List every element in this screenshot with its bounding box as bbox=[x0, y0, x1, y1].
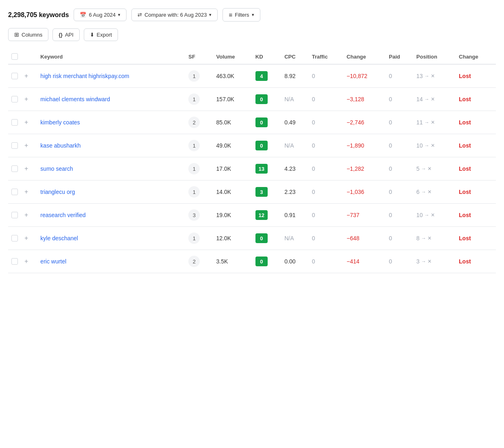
filters-button[interactable]: Filters ▾ bbox=[223, 8, 260, 22]
keyword-link[interactable]: high risk merchant highriskpay.com bbox=[40, 73, 129, 79]
export-button[interactable]: Export bbox=[84, 28, 118, 41]
change-value: −737 bbox=[347, 212, 360, 218]
row-add-cell: + bbox=[21, 111, 37, 134]
columns-button[interactable]: Columns bbox=[8, 28, 48, 41]
kd-cell: 0 bbox=[252, 134, 281, 157]
table-row: + reasearch verified 3 19.0K 12 0.91 0 −… bbox=[8, 204, 496, 227]
api-icon bbox=[59, 32, 62, 38]
sf-badge: 1 bbox=[188, 70, 200, 82]
add-keyword-button[interactable]: + bbox=[24, 142, 28, 149]
paid-value: 0 bbox=[389, 235, 392, 241]
lost-badge: Lost bbox=[459, 119, 471, 126]
keyword-link[interactable]: michael clements windward bbox=[40, 96, 110, 102]
traffic-cell: 0 bbox=[309, 134, 343, 157]
col-kd: KD bbox=[252, 49, 281, 64]
position-value: 6 bbox=[417, 189, 420, 195]
add-keyword-button[interactable]: + bbox=[24, 119, 28, 126]
add-keyword-button[interactable]: + bbox=[24, 235, 28, 242]
sf-cell: 1 bbox=[185, 157, 213, 181]
change-cell: −1,890 bbox=[343, 134, 386, 157]
sf-cell: 2 bbox=[185, 250, 213, 273]
row-checkbox[interactable] bbox=[11, 119, 18, 126]
keyword-link[interactable]: eric wurtel bbox=[40, 258, 66, 265]
cpc-cell: N/A bbox=[281, 227, 308, 250]
paid-cell: 0 bbox=[386, 88, 413, 111]
col-sf: SF bbox=[185, 49, 213, 64]
add-keyword-button[interactable]: + bbox=[24, 211, 28, 219]
api-button[interactable]: API bbox=[52, 28, 79, 41]
col-cpc: CPC bbox=[281, 49, 308, 64]
select-all-checkbox[interactable] bbox=[11, 53, 18, 60]
chevron-down-icon: ▾ bbox=[209, 12, 212, 17]
columns-icon bbox=[14, 31, 19, 38]
keyword-link[interactable]: sumo search bbox=[40, 165, 73, 172]
sf-badge: 1 bbox=[188, 163, 200, 174]
row-checkbox[interactable] bbox=[11, 189, 18, 195]
kd-cell: 0 bbox=[252, 250, 281, 273]
x-mark-icon: ✕ bbox=[428, 259, 432, 264]
row-checkbox[interactable] bbox=[11, 165, 18, 172]
sf-badge: 1 bbox=[188, 94, 200, 105]
compare-button[interactable]: Compare with: 6 Aug 2023 ▾ bbox=[131, 9, 218, 21]
traffic-value: 0 bbox=[312, 258, 315, 265]
traffic-cell: 0 bbox=[309, 250, 343, 273]
compare-icon bbox=[137, 12, 142, 18]
row-add-cell: + bbox=[21, 134, 37, 157]
keyword-link[interactable]: trianglecu org bbox=[40, 189, 75, 195]
volume-value: 14.0K bbox=[216, 189, 231, 195]
lost-badge: Lost bbox=[459, 258, 471, 265]
kd-cell: 0 bbox=[252, 88, 281, 111]
export-label: Export bbox=[97, 32, 112, 38]
row-checkbox[interactable] bbox=[11, 258, 18, 265]
volume-cell: 12.0K bbox=[213, 227, 252, 250]
paid-value: 0 bbox=[389, 96, 392, 102]
volume-value: 17.0K bbox=[216, 165, 231, 172]
keyword-cell: sumo search bbox=[37, 157, 185, 181]
keyword-link[interactable]: reasearch verified bbox=[40, 212, 85, 218]
row-checkbox[interactable] bbox=[11, 212, 18, 218]
col-traffic: Traffic bbox=[309, 49, 343, 64]
add-keyword-button[interactable]: + bbox=[24, 258, 28, 265]
paid-cell: 0 bbox=[386, 204, 413, 227]
change-value: −414 bbox=[347, 258, 360, 265]
chevron-down-icon: ▾ bbox=[118, 12, 120, 17]
kd-badge: 4 bbox=[255, 71, 268, 81]
row-checkbox[interactable] bbox=[11, 142, 18, 149]
paid-value: 0 bbox=[389, 73, 392, 79]
change-value: −2,746 bbox=[347, 119, 364, 126]
table-row: + michael clements windward 1 157.0K 0 N… bbox=[8, 88, 496, 111]
add-keyword-button[interactable]: + bbox=[24, 188, 28, 196]
row-add-cell: + bbox=[21, 250, 37, 273]
row-checkbox[interactable] bbox=[11, 96, 18, 102]
keyword-cell: kyle deschanel bbox=[37, 227, 185, 250]
volume-value: 19.0K bbox=[216, 212, 231, 218]
table-row: + kase abusharkh 1 49.0K 0 N/A 0 −1,890 … bbox=[8, 134, 496, 157]
traffic-value: 0 bbox=[312, 142, 315, 149]
keyword-link[interactable]: kase abusharkh bbox=[40, 142, 81, 149]
paid-cell: 0 bbox=[386, 111, 413, 134]
lost-badge: Lost bbox=[459, 235, 471, 241]
x-mark-icon: ✕ bbox=[431, 96, 435, 102]
row-checkbox[interactable] bbox=[11, 73, 18, 79]
row-checkbox[interactable] bbox=[11, 235, 18, 241]
add-keyword-button[interactable]: + bbox=[24, 72, 28, 80]
row-checkbox-cell bbox=[8, 227, 21, 250]
pos-change-cell: Lost bbox=[456, 157, 496, 181]
sf-cell: 1 bbox=[185, 227, 213, 250]
x-mark-icon: ✕ bbox=[431, 212, 435, 218]
keyword-link[interactable]: kyle deschanel bbox=[40, 235, 78, 241]
add-keyword-button[interactable]: + bbox=[24, 165, 28, 172]
change-cell: −1,282 bbox=[343, 157, 386, 181]
sf-cell: 1 bbox=[185, 181, 213, 204]
sf-badge: 2 bbox=[188, 117, 200, 128]
position-cell: 10 → ✕ bbox=[413, 134, 456, 157]
row-checkbox-cell bbox=[8, 111, 21, 134]
add-keyword-button[interactable]: + bbox=[24, 96, 28, 103]
pos-change-cell: Lost bbox=[456, 111, 496, 134]
date-picker-button[interactable]: 6 Aug 2024 ▾ bbox=[74, 9, 127, 21]
position-cell: 5 → ✕ bbox=[413, 157, 456, 181]
keyword-link[interactable]: kimberly coates bbox=[40, 119, 80, 126]
position-value: 10 bbox=[417, 212, 423, 218]
pos-change-cell: Lost bbox=[456, 134, 496, 157]
kd-badge: 3 bbox=[255, 187, 268, 197]
